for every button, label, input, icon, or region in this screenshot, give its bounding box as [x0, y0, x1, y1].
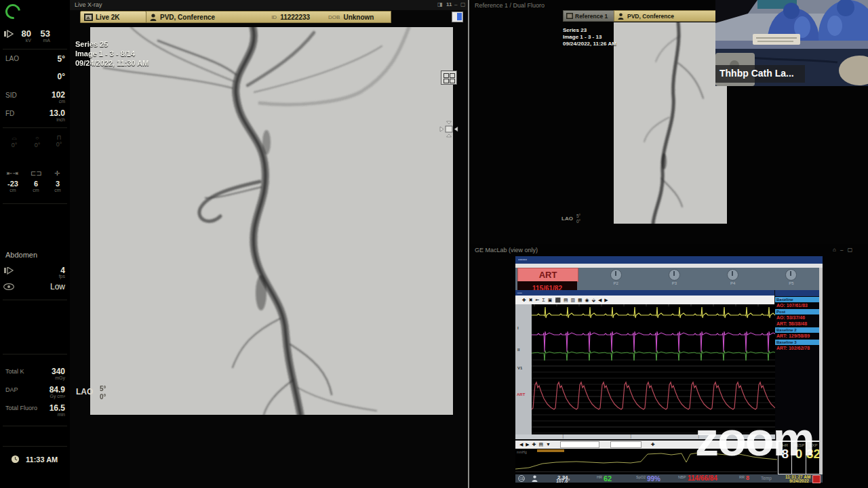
reference-fluoro-image[interactable] — [614, 22, 727, 224]
layout-toggle-icon[interactable] — [452, 12, 463, 22]
nbp-value: 114/66/84 — [688, 474, 717, 482]
live-projection-angles: 5° 0° — [100, 385, 106, 401]
c-arm-rotation-2: ⌔0° — [28, 134, 46, 148]
table-long-value: 6 — [27, 180, 45, 188]
lead-label-ii: II — [517, 348, 519, 352]
live-image-icon — [84, 14, 93, 21]
total-k-label: Total K — [5, 368, 24, 375]
art-channel-label: ART — [539, 270, 557, 280]
trend-toolbar-icons[interactable]: ◀ ▶ ✚ ▤ ▼ — [519, 442, 551, 447]
pressure-channel-p4[interactable]: P4 — [709, 269, 757, 285]
fps-unit: fps — [41, 274, 65, 279]
webcam-label: Thhbp Cath La... — [719, 68, 794, 79]
minimize-icon[interactable]: – — [454, 1, 458, 7]
fluoro-beam-icon — [4, 267, 15, 274]
gauge-label: P3 — [650, 281, 698, 285]
reference-title: Reference 1 / Dual Fluoro — [475, 2, 545, 9]
patient-dob-label: DOB — [328, 14, 340, 20]
table-lateral-icon: ⇤⇥ — [7, 169, 18, 177]
pan-control[interactable] — [438, 119, 460, 140]
reference-angle-1: 5° — [576, 214, 580, 219]
trend-range-box[interactable] — [560, 441, 599, 448]
rr-label: RR — [739, 475, 745, 479]
tab-reference-1[interactable]: Reference 1 — [563, 10, 618, 22]
angulation-label: LAO — [5, 55, 19, 62]
dap-unit: Gy cm² — [39, 394, 65, 399]
trend-marker-icon[interactable]: ✚ — [651, 442, 656, 447]
waveform-titlebar: ▪▪▪▪ — [515, 290, 774, 296]
patient-id-label: ID — [271, 14, 277, 20]
ma-unit: mA — [35, 38, 50, 43]
pressure-channel-p5[interactable]: P5 — [768, 269, 815, 285]
art-channel-box[interactable]: ART — [517, 268, 578, 282]
trend-scale-box[interactable] — [610, 441, 642, 448]
gauge-icon — [785, 269, 797, 281]
measurement-value: AO: 53/37/46 — [775, 314, 819, 321]
webcam-video[interactable]: Thhbp Cath La... — [715, 0, 868, 86]
dap-label: DAP — [5, 386, 18, 393]
dose-mode-value: Low — [33, 282, 65, 291]
reference-patient-name: PVD, Conference — [627, 13, 674, 20]
reference-angiogram-vessels — [614, 22, 727, 224]
table-height-unit: cm — [49, 188, 66, 192]
window-count: 11 — [446, 1, 452, 7]
measurement-value: ART: 102/62/78 — [775, 345, 819, 351]
gauge-label: P2 — [592, 281, 639, 285]
measurement-header: Post — [775, 309, 819, 314]
kv-value: 80 — [16, 28, 31, 39]
live-fluoro-image[interactable] — [90, 27, 453, 415]
measurement-header: Baseline — [775, 297, 819, 302]
fd-label: FD — [5, 110, 14, 117]
protocol-region-label: Abdomen — [5, 251, 37, 259]
reference-overlay-text: Series 23 Image 1 - 3 - 13 09/24/2022, 1… — [563, 27, 616, 47]
maximize-icon[interactable]: ▢ — [460, 1, 467, 7]
sidebar-clock: 11:33 AM — [26, 455, 58, 464]
cranial-angle-value: 0° — [41, 72, 65, 81]
table-lateral-value: -23 — [3, 180, 23, 188]
patient-icon — [618, 13, 624, 20]
live-projection-label: LAO — [76, 387, 93, 396]
total-fluoro-value: 16.5 — [39, 403, 65, 413]
live-image-number: Image 1 - 3 - 8/14 — [75, 49, 149, 59]
waveform-toolbar-icons[interactable]: ✚ ✖ ⇤ Σ ▣ ⬛ ▤ ▥ ▦ ◉ ⬙ ◀ ▶ — [522, 298, 609, 303]
measurement-panel-header: ▪▪▪▪▪ — [775, 290, 819, 296]
maclab-title: GE MacLab (view only) — [475, 247, 538, 253]
live-datetime: 09/24/2022, 11:30 AM — [75, 59, 149, 68]
live-overlay-text: Series 25 Image 1 - 3 - 8/14 09/24/2022,… — [75, 40, 149, 68]
measurement-header: Baseline 3 — [775, 340, 819, 345]
gauge-icon — [727, 269, 738, 281]
temp-label: Temp — [761, 476, 772, 481]
pressure-channel-p2[interactable]: P2 — [592, 269, 639, 285]
maclab-window-icons[interactable]: ⌂ – ▢ — [833, 247, 854, 253]
pressure-channel-p3[interactable]: P3 — [650, 269, 698, 285]
lead-label-i: I — [517, 326, 519, 330]
waveform-lead-gutter: IIIV1ART — [515, 304, 532, 434]
total-k-unit: mGy — [39, 375, 65, 380]
reference-image-number: Image 1 - 3 - 13 — [563, 34, 616, 41]
measurement-value: AO: 107/61/83 — [775, 302, 819, 308]
maclab-statusbar2: GE 2.34 107.6° HR 62 SpO2 99% NBP 114/66… — [515, 474, 823, 483]
fd-value: 13.0 — [41, 108, 65, 118]
measurement-value: ART: 129/58/89 — [775, 333, 819, 339]
patient-icon — [150, 14, 157, 21]
angulation-value: 5° — [41, 54, 65, 64]
sidebar: 80 kV 53 mA LAO 5° 0° SID 102 cm FD 13.0… — [0, 0, 70, 488]
gauge-label: P5 — [768, 281, 815, 285]
camera-icon[interactable]: ◨ — [437, 1, 444, 7]
tab-live-2k[interactable]: Live 2K — [80, 11, 146, 23]
waveform-toolbar[interactable]: ✚ ✖ ⇤ Σ ▣ ⬛ ▤ ▥ ▦ ◉ ⬙ ◀ ▶ — [515, 296, 774, 304]
grid-layout-icon[interactable] — [441, 70, 457, 85]
measurement-header: Baseline 2 — [775, 327, 819, 333]
maclab-scrollbar[interactable] — [819, 268, 823, 474]
gauge-icon — [610, 269, 622, 281]
kv-unit: kV — [16, 38, 31, 43]
ma-value: 53 — [35, 28, 50, 39]
live-xray-title: Live X-ray — [75, 1, 102, 8]
spo2-value: 99% — [647, 475, 660, 483]
rr-value: 8 — [746, 474, 749, 481]
hr-value: 62 — [604, 474, 612, 483]
lead-label-v1: V1 — [517, 366, 522, 370]
alarm-stop-button[interactable] — [812, 475, 821, 483]
total-k-value: 340 — [39, 367, 65, 376]
sid-label: SID — [5, 92, 17, 99]
